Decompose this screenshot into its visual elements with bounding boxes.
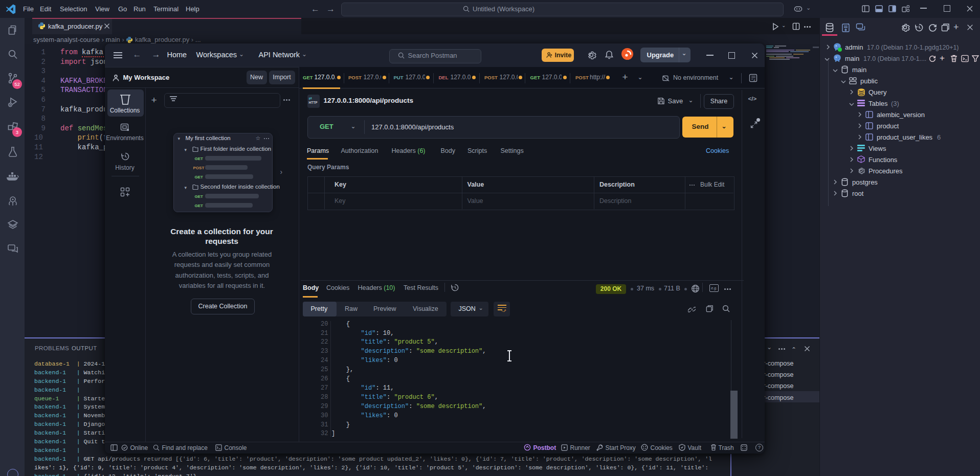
svg-text:x: x [753,78,755,82]
